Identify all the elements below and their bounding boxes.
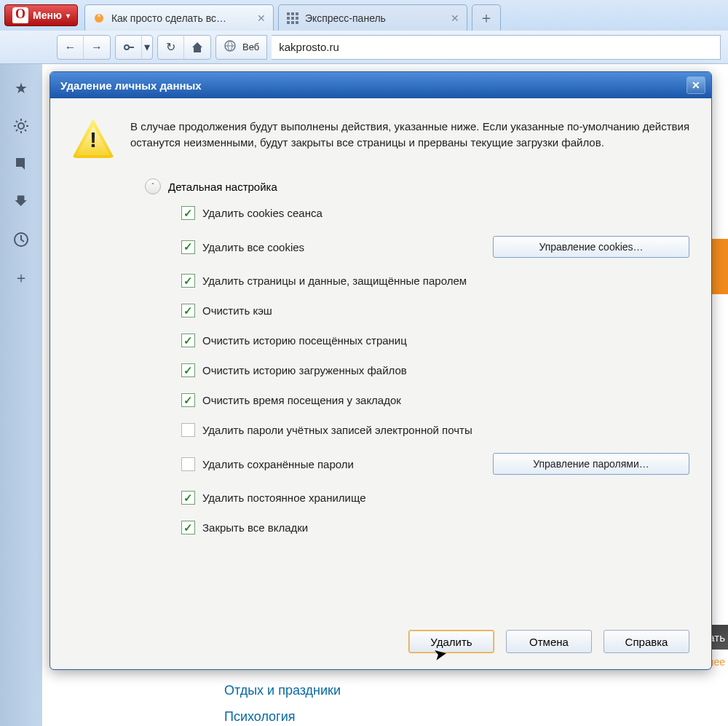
checkbox[interactable]: ✓ bbox=[181, 274, 195, 288]
grid-icon bbox=[286, 12, 299, 25]
tab-speed-dial[interactable]: Экспресс-панель ✕ bbox=[278, 4, 467, 31]
dialog-message: В случае продолжения будут выполнены дей… bbox=[130, 119, 689, 158]
detail-toggle[interactable]: ˆ Детальная настройка bbox=[145, 178, 689, 194]
svg-line-21 bbox=[25, 121, 26, 122]
checkbox[interactable]: ✓ bbox=[181, 393, 195, 407]
svg-rect-2 bbox=[291, 12, 294, 15]
checkbox[interactable]: ✓ bbox=[181, 304, 195, 317]
main-menu-button[interactable]: Меню ▾ bbox=[4, 4, 78, 26]
option-label: Очистить историю посещённых страниц bbox=[202, 334, 407, 347]
new-tab-button[interactable]: ＋ bbox=[472, 4, 501, 31]
close-button[interactable]: ✕ bbox=[687, 76, 705, 94]
dialog-button-row: Удалить Отмена Справка bbox=[50, 623, 711, 669]
option-label: Удалить сохранённые пароли bbox=[202, 458, 354, 470]
option-label: Удалить пароли учётных записей электронн… bbox=[202, 424, 472, 436]
downloads-panel-icon[interactable] bbox=[12, 192, 31, 211]
page-link-holidays[interactable]: Отдых и праздники bbox=[224, 683, 341, 698]
wand-button[interactable] bbox=[116, 36, 142, 59]
option-row: Удалить пароли учётных записей электронн… bbox=[181, 423, 689, 437]
option-row: ✓Очистить время посещения у закладок bbox=[181, 393, 689, 407]
nav-wand: ▾ bbox=[115, 35, 153, 60]
option-label: Очистить историю загруженных файлов bbox=[202, 364, 407, 376]
option-label: Очистить кэш bbox=[202, 304, 272, 317]
home-button[interactable] bbox=[184, 36, 210, 59]
tab-title: Как просто сделать вс… bbox=[111, 12, 226, 24]
add-panel-icon[interactable]: ＋ bbox=[12, 268, 31, 287]
option-label: Удалить постоянное хранилище bbox=[202, 492, 365, 504]
option-row: ✓Очистить историю посещённых страниц bbox=[181, 334, 689, 347]
option-row: ✓Удалить страницы и данные, защищённые п… bbox=[181, 274, 689, 288]
address-scope[interactable]: Веб bbox=[215, 35, 267, 60]
option-row: Удалить сохранённые паролиУправление пар… bbox=[181, 453, 689, 475]
warning-icon bbox=[72, 119, 114, 158]
manage-button[interactable]: Управление паролями… bbox=[493, 453, 689, 475]
forward-button[interactable]: → bbox=[84, 36, 110, 59]
svg-rect-7 bbox=[287, 21, 290, 24]
favicon-icon bbox=[92, 12, 106, 25]
dialog-title: Удаление личных данных bbox=[60, 79, 202, 92]
help-button[interactable]: Справка bbox=[604, 630, 689, 653]
close-icon[interactable]: ✕ bbox=[451, 12, 459, 24]
close-icon[interactable]: ✕ bbox=[257, 12, 266, 24]
collapse-icon: ˆ bbox=[145, 178, 161, 194]
svg-rect-6 bbox=[296, 17, 298, 20]
checkbox[interactable]: ✓ bbox=[181, 206, 195, 220]
reload-button[interactable]: ↻ bbox=[158, 36, 184, 59]
option-label: Удалить cookies сеанса bbox=[202, 207, 323, 219]
nav-reload-home: ↻ bbox=[157, 35, 211, 60]
manage-button[interactable]: Управление cookies… bbox=[493, 236, 689, 258]
option-row: ✓Удалить все cookiesУправление cookies… bbox=[181, 236, 689, 258]
option-label: Очистить время посещения у закладок bbox=[202, 394, 401, 406]
svg-rect-8 bbox=[291, 21, 294, 24]
settings-panel-icon[interactable] bbox=[12, 117, 31, 135]
menu-label: Меню bbox=[33, 9, 62, 21]
delete-button[interactable]: Удалить bbox=[408, 630, 494, 653]
back-button[interactable]: ← bbox=[58, 36, 84, 59]
svg-rect-9 bbox=[296, 21, 298, 24]
delete-private-data-dialog: Удаление личных данных ✕ В случае продол… bbox=[50, 71, 712, 670]
tab-strip: Меню ▾ Как просто сделать вс… ✕ Экспресс… bbox=[0, 0, 728, 31]
tab-title: Экспресс-панель bbox=[305, 12, 386, 24]
option-row: ✓Удалить постоянное хранилище bbox=[181, 491, 689, 505]
svg-rect-5 bbox=[291, 17, 294, 20]
options-list: ✓Удалить cookies сеанса✓Удалить все cook… bbox=[181, 206, 689, 534]
chevron-down-icon: ▾ bbox=[66, 12, 70, 20]
svg-rect-1 bbox=[287, 12, 290, 15]
detail-label: Детальная настройка bbox=[168, 181, 277, 193]
page-link-psychology[interactable]: Психология bbox=[224, 709, 296, 725]
tab-active[interactable]: Как просто сделать вс… ✕ bbox=[84, 4, 274, 31]
checkbox[interactable]: ✓ bbox=[181, 334, 195, 347]
wand-dropdown[interactable]: ▾ bbox=[142, 36, 152, 59]
dialog-titlebar[interactable]: Удаление личных данных ✕ bbox=[50, 72, 711, 98]
history-panel-icon[interactable] bbox=[12, 230, 31, 249]
svg-rect-11 bbox=[129, 47, 134, 48]
address-input[interactable] bbox=[272, 35, 721, 60]
option-label: Закрыть все вкладки bbox=[202, 521, 308, 534]
svg-line-19 bbox=[25, 130, 26, 131]
navigation-toolbar: ← → ▾ ↻ Веб bbox=[0, 31, 728, 64]
dialog-body: В случае продолжения будут выполнены дей… bbox=[50, 98, 711, 623]
checkbox[interactable]: ✓ bbox=[181, 521, 195, 534]
checkbox[interactable]: ✓ bbox=[181, 491, 195, 505]
nav-back-forward: ← → bbox=[57, 35, 111, 60]
cancel-button[interactable]: Отмена bbox=[506, 630, 592, 653]
notes-panel-icon[interactable] bbox=[12, 154, 31, 173]
option-row: ✓Удалить cookies сеанса bbox=[181, 206, 689, 220]
checkbox[interactable] bbox=[181, 423, 195, 437]
bookmarks-panel-icon[interactable]: ★ bbox=[12, 79, 31, 98]
svg-rect-3 bbox=[296, 12, 298, 15]
svg-rect-4 bbox=[287, 17, 290, 20]
checkbox[interactable]: ✓ bbox=[181, 240, 195, 254]
svg-point-13 bbox=[18, 123, 24, 129]
globe-icon bbox=[223, 39, 237, 55]
option-row: ✓Закрыть все вкладки bbox=[181, 521, 689, 534]
option-row: ✓Очистить историю загруженных файлов bbox=[181, 363, 689, 377]
checkbox[interactable]: ✓ bbox=[181, 363, 195, 377]
panel-sidebar: ★ ＋ bbox=[0, 64, 42, 726]
svg-line-18 bbox=[16, 121, 17, 122]
option-label: Удалить страницы и данные, защищённые па… bbox=[202, 275, 467, 287]
checkbox[interactable] bbox=[181, 457, 195, 471]
svg-point-10 bbox=[124, 45, 129, 50]
opera-logo-icon bbox=[12, 7, 28, 23]
scope-label: Веб bbox=[242, 42, 259, 52]
